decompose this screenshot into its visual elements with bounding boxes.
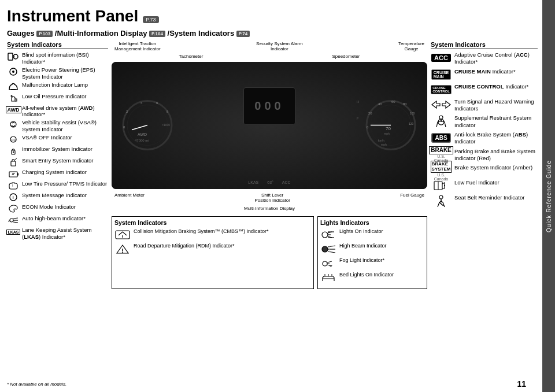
svg-point-7: [11, 95, 13, 97]
eps-text: Electric Power Steering (EPS) System Ind…: [22, 66, 108, 80]
econ-text: ECON Mode Indicator: [22, 204, 76, 210]
turn-signal-icon: [431, 98, 452, 111]
svg-marker-71: [442, 101, 450, 108]
top-diagram-labels: Intelligent Traction Management Indicato…: [112, 41, 427, 51]
high-beam-text: High Beam Indicator: [339, 243, 387, 250]
auto-highbeam-icon: A: [7, 215, 20, 225]
label-itm: Intelligent Traction Management Indicato…: [114, 41, 161, 51]
shift-label: Shift Lever Position Indicator: [254, 193, 290, 203]
vsa-icon: [7, 119, 20, 130]
bottom-diagram-labels: Ambient Meter Shift Lever Position Indic…: [112, 193, 427, 203]
cluster-inner: 0 2 4 6 8 ×1000 AWD: [112, 62, 427, 189]
bsi-text: Blind spot information (BSI) Indicator*: [22, 51, 108, 65]
left-system-indicators: System Indicators ! Blind spot informati…: [7, 41, 108, 289]
list-item: i System Message Indicator: [7, 192, 108, 202]
awd-icon: AWD: [7, 105, 20, 115]
bottom-system-indicators-box: System Indicators Collision Mitigation: [112, 216, 314, 289]
svg-point-55: [322, 232, 328, 238]
cruise-control-icon: CRUISECONTROL: [431, 83, 452, 96]
bottom-sys-header: System Indicators: [114, 219, 311, 226]
cruise-control-text: CRUISE CONTROL Indicator*: [454, 83, 528, 90]
right-system-indicators: System Indicators ACC Adaptive Cruise Co…: [431, 41, 538, 289]
svg-text:!: !: [12, 184, 13, 187]
system-msg-text: System Message Indicator: [22, 192, 87, 199]
svg-line-64: [328, 252, 335, 253]
main-container: Instrument Panel P.73 Gauges P.103 /Mult…: [0, 0, 555, 392]
svg-line-63: [328, 246, 335, 247]
svg-text:80: 80: [403, 102, 407, 106]
list-item: Seat Belt Reminder Indicator: [431, 194, 538, 207]
acc-icon: ACC: [431, 51, 452, 64]
list-item: Charging System Indicator: [7, 169, 108, 179]
list-item: BRAKESYSTEM U.S. ! Canada Brake System I…: [431, 164, 538, 177]
list-item: AWD All-wheel drive system (AWD) Indicat…: [7, 105, 108, 119]
svg-text:i: i: [13, 195, 14, 200]
turn-signal-text: Turn Signal and Hazard Warning Indicator…: [454, 98, 538, 113]
subtitle-row: Gauges P.103 /Multi-Information Display …: [7, 29, 538, 38]
mid-display-label: Multi-Information Display: [112, 206, 427, 211]
left-section-header: System Indicators: [7, 41, 108, 49]
list-item: OFF VSA® OFF Indicator: [7, 134, 108, 145]
list-item: ACC Adaptive Cruise Control (ACC) Indica…: [431, 51, 538, 66]
label-temp: Temperature Gauge: [398, 41, 424, 51]
instrument-diagram: 0 2 4 6 8 ×1000 AWD: [112, 62, 427, 189]
svg-rect-0: [8, 53, 13, 60]
svg-text:!: !: [13, 67, 13, 71]
bottom-mid-boxes: System Indicators Collision Mitigation: [112, 216, 427, 289]
list-item: Turn Signal and Hazard Warning Indicator…: [431, 98, 538, 113]
list-item: Immobilizer System Indicator: [7, 146, 108, 156]
svg-point-66: [323, 261, 327, 266]
right-section-header: System Indicators: [431, 41, 538, 49]
sub-middle: /Multi-Information Display: [55, 29, 149, 38]
lights-on-text: Lights On Indicator: [339, 228, 383, 235]
list-item: LKAS Lane Keeping Assist System (LKAS) I…: [7, 227, 108, 241]
speedometer-gauge: 0 20 40 60 80 100 120 km/h mph: [364, 98, 419, 153]
fog-light-icon: [320, 257, 336, 270]
svg-text:20: 20: [368, 112, 372, 115]
high-beam-icon: [320, 243, 336, 256]
svg-text:km/h: km/h: [378, 139, 384, 142]
tpms-text: Low Tire Pressure/ TPMS Indicator: [22, 180, 107, 187]
middle-column: Intelligent Traction Management Indicato…: [112, 41, 427, 289]
smart-entry-text: Smart Entry System Indicator: [22, 157, 94, 164]
svg-point-54: [122, 252, 123, 253]
sub-ref2: P.104: [149, 31, 165, 37]
immobilizer-text: Immobilizer System Indicator: [22, 146, 92, 153]
abs-icon: ABS: [431, 131, 452, 144]
svg-text:mph: mph: [381, 143, 387, 146]
svg-text:0: 0: [367, 125, 369, 129]
mil-icon: [7, 82, 20, 92]
svg-text:OFF: OFF: [12, 138, 17, 142]
srs-icon: [431, 114, 452, 127]
charging-text: Charging System Indicator: [22, 169, 87, 176]
fuel-label: Fuel Gauge: [400, 193, 424, 203]
svg-line-23: [13, 218, 18, 219]
vsa-off-icon: OFF: [7, 134, 20, 145]
mil-text: Malfunction Indicator Lamp: [22, 82, 88, 88]
svg-text:×1000: ×1000: [162, 123, 170, 127]
svg-text:AWD: AWD: [138, 132, 147, 136]
sidebar-label: Quick Reference Guide: [546, 160, 552, 232]
page-title-ref: P.73: [143, 16, 158, 23]
srs-text: Supplemental Restraint System Indicator: [454, 114, 538, 129]
svg-point-82: [439, 195, 443, 199]
brake-red-text: Parking Brake and Brake System Indicator…: [454, 148, 538, 162]
svg-line-34: [132, 125, 147, 130]
oil-icon: [7, 93, 20, 103]
svg-text:40: 40: [378, 102, 382, 106]
svg-text:60: 60: [391, 100, 395, 103]
list-item: Malfunction Indicator Lamp: [7, 82, 108, 92]
oil-text: Low Oil Pressure Indicator: [22, 93, 86, 100]
lights-header: Lights Indicators: [320, 219, 424, 226]
tpms-icon: !: [7, 180, 20, 191]
list-item: BRAKE U.S. ! Canada Parking Brake and Br…: [431, 148, 538, 162]
list-item: A Auto high-beam Indicator*: [7, 215, 108, 225]
cruise-main-text: CRUISE MAIN Indicator*: [454, 68, 516, 75]
list-item: ! Electric Power Steering (EPS) System I…: [7, 66, 108, 80]
subtitle-gauges: Gauges: [7, 29, 35, 38]
brake-amber-icon: BRAKESYSTEM U.S. ! Canada: [431, 164, 452, 177]
content-area: Instrument Panel P.73 Gauges P.103 /Mult…: [0, 0, 542, 392]
awd-text: All-wheel drive system (AWD) Indicator*: [22, 105, 108, 119]
cruise-main-icon: CRUISEMAIN: [431, 68, 452, 81]
fog-light-item: Fog Light Indicator*: [320, 257, 424, 270]
